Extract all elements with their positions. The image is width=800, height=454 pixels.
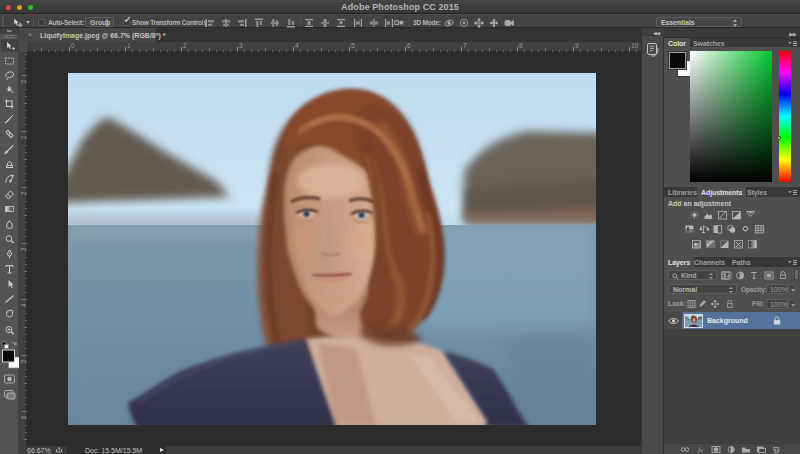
svg-text:fx: fx	[698, 446, 704, 453]
